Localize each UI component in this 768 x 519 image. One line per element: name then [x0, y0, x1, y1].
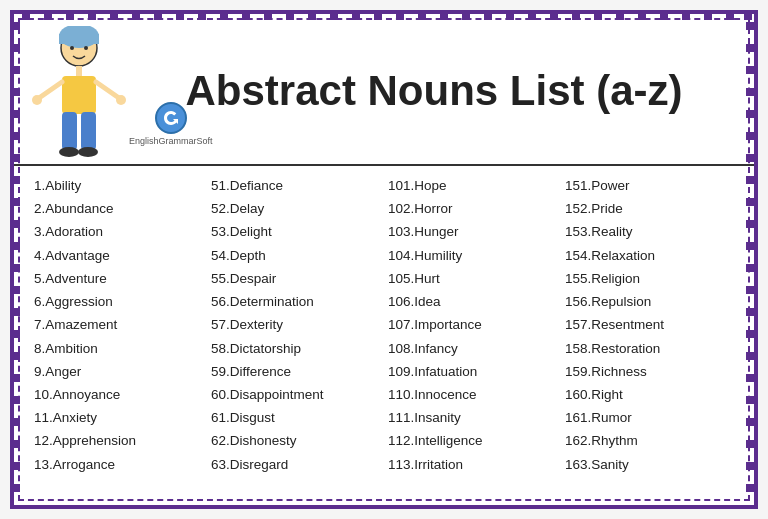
- list-item: 161.Rumor: [565, 406, 734, 429]
- column-1: 1.Ability2.Abundance3.Adoration4.Advanta…: [30, 174, 207, 476]
- svg-rect-118: [62, 76, 96, 114]
- list-item: 60.Disappointment: [211, 383, 380, 406]
- header: Abstract Nouns List (a-z) EnglishGrammar…: [14, 14, 754, 166]
- list-item: 108.Infancy: [388, 337, 557, 360]
- page-title: Abstract Nouns List (a-z): [134, 68, 734, 114]
- list-item: 62.Dishonesty: [211, 429, 380, 452]
- list-item: 55.Despair: [211, 267, 380, 290]
- list-item: 11.Anxiety: [34, 406, 203, 429]
- list-item: 111.Insanity: [388, 406, 557, 429]
- logo-area: EnglishGrammarSoft: [129, 102, 213, 146]
- list-item: 109.Infatuation: [388, 360, 557, 383]
- list-item: 157.Resentment: [565, 313, 734, 336]
- title-area: Abstract Nouns List (a-z): [134, 68, 734, 114]
- list-item: 9.Anger: [34, 360, 203, 383]
- list-item: 110.Innocence: [388, 383, 557, 406]
- list-item: 152.Pride: [565, 197, 734, 220]
- list-item: 154.Relaxation: [565, 244, 734, 267]
- list-item: 101.Hope: [388, 174, 557, 197]
- list-item: 13.Arrogance: [34, 453, 203, 476]
- list-item: 58.Dictatorship: [211, 337, 380, 360]
- list-item: 103.Hunger: [388, 220, 557, 243]
- list-item: 5.Adventure: [34, 267, 203, 290]
- list-item: 160.Right: [565, 383, 734, 406]
- list-item: 59.Difference: [211, 360, 380, 383]
- svg-rect-114: [59, 34, 99, 44]
- list-item: 105.Hurt: [388, 267, 557, 290]
- list-item: 104.Humility: [388, 244, 557, 267]
- content-area: 1.Ability2.Abundance3.Adoration4.Advanta…: [14, 166, 754, 484]
- list-item: 54.Depth: [211, 244, 380, 267]
- list-item: 7.Amazement: [34, 313, 203, 336]
- svg-point-122: [116, 95, 126, 105]
- list-item: 56.Determination: [211, 290, 380, 313]
- list-item: 155.Religion: [565, 267, 734, 290]
- list-item: 1.Ability: [34, 174, 203, 197]
- list-item: 4.Advantage: [34, 244, 203, 267]
- list-item: 113.Irritation: [388, 453, 557, 476]
- logo-text: EnglishGrammarSoft: [129, 136, 213, 146]
- list-item: 153.Reality: [565, 220, 734, 243]
- list-item: 159.Richness: [565, 360, 734, 383]
- list-item: 3.Adoration: [34, 220, 203, 243]
- list-item: 162.Rhythm: [565, 429, 734, 452]
- list-item: 6.Aggression: [34, 290, 203, 313]
- column-3: 101.Hope102.Horror103.Hunger104.Humility…: [384, 174, 561, 476]
- list-item: 52.Delay: [211, 197, 380, 220]
- logo-icon: [155, 102, 187, 134]
- list-item: 8.Ambition: [34, 337, 203, 360]
- svg-line-120: [96, 82, 119, 98]
- list-item: 112.Intelligence: [388, 429, 557, 452]
- list-item: 53.Delight: [211, 220, 380, 243]
- svg-point-125: [59, 147, 79, 157]
- svg-line-119: [39, 82, 62, 98]
- list-item: 156.Repulsion: [565, 290, 734, 313]
- character-illustration: [24, 26, 134, 156]
- svg-point-126: [78, 147, 98, 157]
- list-item: 102.Horror: [388, 197, 557, 220]
- svg-point-115: [70, 46, 74, 50]
- column-2: 51.Defiance52.Delay53.Delight54.Depth55.…: [207, 174, 384, 476]
- list-item: 57.Dexterity: [211, 313, 380, 336]
- outer-border: Abstract Nouns List (a-z) EnglishGrammar…: [10, 10, 758, 509]
- list-item: 106.Idea: [388, 290, 557, 313]
- list-item: 158.Restoration: [565, 337, 734, 360]
- list-item: 12.Apprehension: [34, 429, 203, 452]
- list-item: 61.Disgust: [211, 406, 380, 429]
- list-item: 63.Disregard: [211, 453, 380, 476]
- list-item: 151.Power: [565, 174, 734, 197]
- svg-point-116: [84, 46, 88, 50]
- list-item: 10.Annoyance: [34, 383, 203, 406]
- svg-rect-123: [62, 112, 77, 150]
- list-item: 107.Importance: [388, 313, 557, 336]
- list-item: 51.Defiance: [211, 174, 380, 197]
- svg-point-121: [32, 95, 42, 105]
- column-4: 151.Power152.Pride153.Reality154.Relaxat…: [561, 174, 738, 476]
- svg-rect-124: [81, 112, 96, 150]
- list-item: 2.Abundance: [34, 197, 203, 220]
- list-item: 163.Sanity: [565, 453, 734, 476]
